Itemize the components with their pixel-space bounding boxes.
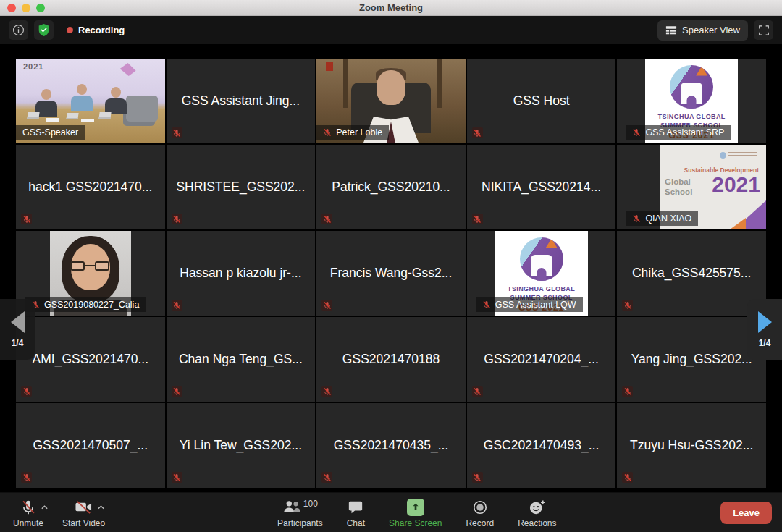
participant-tile[interactable]: GSS2021470204_... bbox=[467, 317, 616, 402]
previous-page-control[interactable]: 1/4 bbox=[0, 299, 35, 360]
audio-options-chevron-icon[interactable] bbox=[41, 500, 49, 513]
next-page-control[interactable]: 1/4 bbox=[747, 299, 782, 360]
couch-shape bbox=[126, 96, 158, 122]
participant-name-label: Peter Lobie bbox=[316, 125, 389, 140]
participant-tile[interactable]: AMI_GSS2021470... bbox=[16, 317, 165, 402]
participant-tile[interactable]: GSC2021470493_... bbox=[467, 403, 616, 488]
meeting-info-button[interactable] bbox=[9, 20, 28, 40]
muted-mic-icon bbox=[21, 214, 32, 224]
muted-mic-icon bbox=[172, 214, 182, 224]
participant-tile[interactable]: Sustainable Development Global School 20… bbox=[617, 145, 766, 229]
leave-button[interactable]: Leave bbox=[720, 502, 772, 524]
chat-bubble-icon bbox=[348, 499, 363, 515]
reactions-button[interactable]: Reactions bbox=[518, 497, 556, 528]
participants-icon bbox=[282, 499, 301, 515]
participant-name-label: GSS Assistant LQW bbox=[476, 297, 583, 312]
window-title: Zoom Meeting bbox=[359, 2, 423, 13]
close-window-button[interactable] bbox=[7, 4, 16, 12]
fullscreen-icon bbox=[759, 25, 769, 35]
participant-tile[interactable]: TSINGHUA GLOBAL SUMMER SCHOOL GSS 2021 G… bbox=[617, 59, 766, 143]
participant-tile[interactable]: Patrick_GSS20210... bbox=[316, 145, 466, 229]
window-titlebar: Zoom Meeting bbox=[0, 0, 782, 16]
muted-mic-icon bbox=[632, 214, 641, 223]
meeting-header: Recording Speaker View bbox=[0, 16, 782, 44]
participant-tile[interactable]: Yi Lin Tew_GSS202... bbox=[167, 403, 316, 488]
muted-mic-icon bbox=[21, 472, 32, 483]
fullscreen-button[interactable] bbox=[754, 20, 773, 40]
participant-tile[interactable]: GSS2019080227_Calia bbox=[16, 231, 165, 316]
muted-mic-icon bbox=[172, 472, 182, 483]
unmute-label: Unmute bbox=[13, 518, 43, 528]
minimize-window-button[interactable] bbox=[22, 4, 30, 12]
participant-tile[interactable]: GSS2021470507_... bbox=[16, 403, 165, 488]
participant-name: GSC2021470493_... bbox=[467, 403, 616, 488]
muted-mic-icon bbox=[472, 214, 483, 224]
poster-text: Global School bbox=[665, 177, 692, 198]
gallery-grid-icon bbox=[665, 25, 677, 35]
participant-name: Patrick_GSS20210... bbox=[316, 145, 466, 229]
unmute-button[interactable]: Unmute bbox=[13, 497, 43, 528]
participant-tile[interactable]: Chika_GSS425575... bbox=[617, 231, 766, 316]
participant-tile[interactable]: GSS2021470435_... bbox=[316, 403, 466, 488]
laptop-shape bbox=[28, 112, 40, 119]
next-page-arrow-icon[interactable] bbox=[758, 311, 772, 333]
participants-count: 100 bbox=[303, 499, 318, 509]
participant-name: NIKITA_GSS20214... bbox=[467, 145, 616, 229]
participant-tile[interactable]: 2021 GSS-Speaker bbox=[16, 59, 165, 143]
participant-name: Chika_GSS425575... bbox=[617, 231, 766, 316]
recording-indicator: Recording bbox=[67, 25, 125, 35]
participant-tile[interactable]: TSINGHUA GLOBAL SUMMER SCHOOL GSS 2021 G… bbox=[467, 231, 616, 316]
maximize-window-button[interactable] bbox=[36, 4, 45, 12]
muted-mic-icon bbox=[20, 499, 36, 515]
video-grid: 2021 GSS-Speaker GSS Assistant Jing... bbox=[16, 59, 766, 488]
page-indicator: 1/4 bbox=[12, 338, 24, 348]
shield-check-icon bbox=[38, 23, 50, 37]
chat-button[interactable]: Chat bbox=[347, 497, 365, 528]
muted-mic-icon bbox=[472, 472, 483, 483]
participants-button[interactable]: 100 Participants bbox=[277, 497, 323, 528]
person-figure bbox=[105, 87, 127, 114]
participant-name-label: GSS-Speaker bbox=[16, 125, 85, 140]
logo-text: TSINGHUA GLOBAL bbox=[658, 113, 726, 120]
meeting-toolbar: Unmute Start Video 100 Participants Chat bbox=[0, 492, 782, 532]
backdrop-decor bbox=[120, 63, 136, 76]
previous-page-arrow-icon[interactable] bbox=[11, 311, 25, 333]
participant-tile[interactable]: SHRISTEE_GSS202... bbox=[167, 145, 316, 229]
poster-logo-icon bbox=[720, 151, 757, 159]
participant-tile[interactable]: hack1 GSS2021470... bbox=[16, 145, 165, 229]
share-screen-button[interactable]: Share Screen bbox=[389, 497, 442, 528]
participant-tile[interactable]: Tzuyu Hsu-GSS202... bbox=[617, 403, 766, 488]
muted-mic-icon bbox=[472, 386, 483, 397]
shelf-shape bbox=[437, 59, 442, 108]
participant-name-label: GSS2019080227_Calia bbox=[25, 297, 146, 312]
decor-shape bbox=[326, 62, 333, 71]
record-label: Record bbox=[466, 518, 494, 528]
share-screen-icon bbox=[407, 499, 424, 516]
participant-name: Yi Lin Tew_GSS202... bbox=[167, 403, 316, 488]
participant-tile[interactable]: Francis Wang-Gss2... bbox=[316, 231, 466, 316]
info-icon bbox=[12, 24, 25, 36]
participant-name-label: QIAN XIAO bbox=[626, 211, 698, 226]
speaker-view-label: Speaker View bbox=[682, 25, 740, 35]
window-controls bbox=[7, 4, 45, 12]
participant-name: SHRISTEE_GSS202... bbox=[167, 145, 316, 229]
gss-logo-icon bbox=[520, 237, 563, 281]
participant-tile[interactable]: Peter Lobie bbox=[316, 59, 466, 143]
participant-tile[interactable]: NIKITA_GSS20214... bbox=[467, 145, 616, 229]
poster-decor bbox=[730, 218, 746, 229]
participant-tile[interactable]: Hassan p kiazolu jr-... bbox=[167, 231, 316, 316]
participant-tile[interactable]: GSS2021470188 bbox=[316, 317, 466, 402]
video-area: 2021 GSS-Speaker GSS Assistant Jing... bbox=[0, 44, 782, 492]
speaker-view-button[interactable]: Speaker View bbox=[657, 20, 748, 41]
record-button[interactable]: Record bbox=[466, 497, 494, 528]
security-shield-button[interactable] bbox=[34, 20, 54, 40]
muted-mic-icon bbox=[172, 386, 182, 397]
start-video-button[interactable]: Start Video bbox=[62, 497, 105, 528]
participant-name: Tzuyu Hsu-GSS202... bbox=[617, 403, 766, 488]
video-options-chevron-icon[interactable] bbox=[97, 500, 105, 513]
participant-name: hack1 GSS2021470... bbox=[16, 145, 165, 229]
participant-tile[interactable]: Chan Nga Teng_GS... bbox=[167, 317, 316, 402]
participant-tile[interactable]: Yang Jing_GSS202... bbox=[617, 317, 766, 402]
participant-tile[interactable]: GSS Host bbox=[467, 59, 616, 143]
participant-tile[interactable]: GSS Assistant Jing... bbox=[167, 59, 316, 143]
